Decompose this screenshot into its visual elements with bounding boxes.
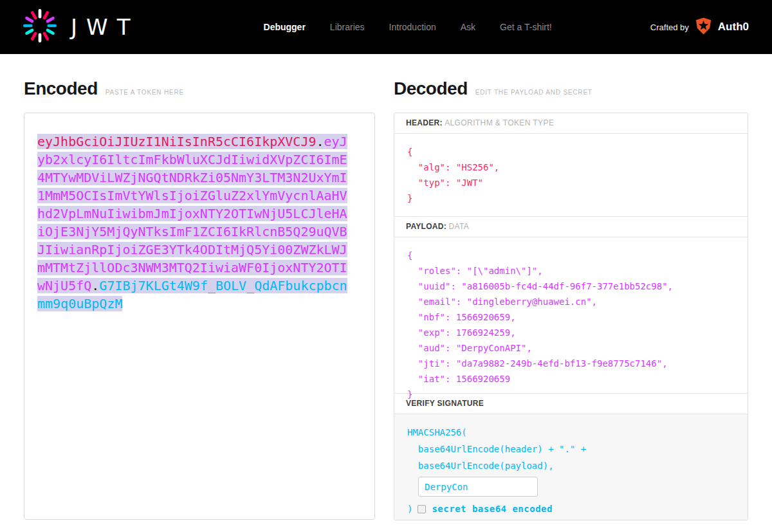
jwt-logo[interactable]: JWT <box>23 9 139 45</box>
jwt-pinwheel-icon <box>23 9 57 45</box>
header-section-label: HEADER: ALGORITHM & TOKEN TYPE <box>394 113 748 134</box>
payload-json[interactable]: { "roles": "[\"admin\"]", "uuid": "a8160… <box>394 237 748 412</box>
payload-sublabel: DATA <box>448 222 469 231</box>
token-editor[interactable]: eyJhbGciOiJIUzI1NiIsInR5cCI6IkpXVCJ9.eyJ… <box>24 113 375 520</box>
header-label: HEADER: <box>406 118 443 127</box>
nav-links: Debugger Libraries Introduction Ask Get … <box>165 22 650 32</box>
header-sublabel: ALGORITHM & TOKEN TYPE <box>445 118 554 127</box>
decoded-heading: Decoded EDIT THE PAYLOAD AND SECRET <box>394 78 748 98</box>
header-json[interactable]: { "alg": "HS256", "typ": "JWT" } <box>394 134 748 216</box>
decoded-panel: HEADER: ALGORITHM & TOKEN TYPE { "alg": … <box>394 113 748 520</box>
encoded-section: Encoded PASTE A TOKEN HERE eyJhbGciOiJIU… <box>24 78 375 520</box>
verify-close-row: ) secret base64 encoded <box>407 500 735 517</box>
encoded-subtitle: PASTE A TOKEN HERE <box>106 89 184 96</box>
token-separator-1: . <box>316 134 324 149</box>
crafted-by-auth0[interactable]: Crafted by Auth0 <box>650 17 749 37</box>
encoded-title: Encoded <box>24 78 98 99</box>
verify-section-label: VERIFY SIGNATURE <box>394 394 748 414</box>
verify-signature-area: HMACSHA256( base64UrlEncode(header) + ".… <box>394 414 748 520</box>
base64-checkbox-label[interactable]: secret base64 encoded <box>432 500 553 517</box>
payload-section-label: PAYLOAD: DATA <box>394 217 748 237</box>
jwt-token-text[interactable]: eyJhbGciOiJIUzI1NiIsInR5cCI6IkpXVCJ9.eyJ… <box>37 133 350 313</box>
verify-code: HMACSHA256( base64UrlEncode(header) + ".… <box>407 424 735 474</box>
crafted-by-label: Crafted by <box>650 23 689 32</box>
debugger-main: Encoded PASTE A TOKEN HERE eyJhbGciOiJIU… <box>0 54 772 532</box>
encoded-heading: Encoded PASTE A TOKEN HERE <box>24 78 375 98</box>
nav-link-tshirt[interactable]: Get a T-shirt! <box>500 22 552 32</box>
nav-link-debugger[interactable]: Debugger <box>264 22 306 32</box>
decoded-subtitle: EDIT THE PAYLOAD AND SECRET <box>475 89 593 96</box>
token-header-segment[interactable]: eyJhbGciOiJIUzI1NiIsInR5cCI6IkpXVCJ9 <box>37 134 316 149</box>
decoded-section: Decoded EDIT THE PAYLOAD AND SECRET HEAD… <box>394 78 748 520</box>
auth0-shield-icon <box>695 17 712 37</box>
token-separator-2: . <box>91 278 99 293</box>
auth0-wordmark: Auth0 <box>718 21 749 33</box>
nav-link-libraries[interactable]: Libraries <box>330 22 365 32</box>
token-payload-segment[interactable]: eyJyb2xlcyI6IltcImFkbWluXCJdIiwidXVpZCI6… <box>37 134 347 293</box>
payload-json-editor[interactable]: { "roles": "[\"admin\"]", "uuid": "a8160… <box>394 237 748 394</box>
nav-link-ask[interactable]: Ask <box>461 22 475 32</box>
decoded-title: Decoded <box>394 78 468 99</box>
jwt-wordmark: JWT <box>71 14 139 40</box>
nav-link-introduction[interactable]: Introduction <box>389 22 436 32</box>
verify-label: VERIFY SIGNATURE <box>406 399 484 408</box>
top-navbar: JWT Debugger Libraries Introduction Ask … <box>0 0 772 54</box>
close-paren: ) <box>407 500 412 517</box>
base64-checkbox[interactable] <box>418 505 426 513</box>
secret-input[interactable] <box>418 477 538 497</box>
header-json-editor[interactable]: { "alg": "HS256", "typ": "JWT" } <box>394 134 748 217</box>
payload-label: PAYLOAD: <box>406 222 446 231</box>
